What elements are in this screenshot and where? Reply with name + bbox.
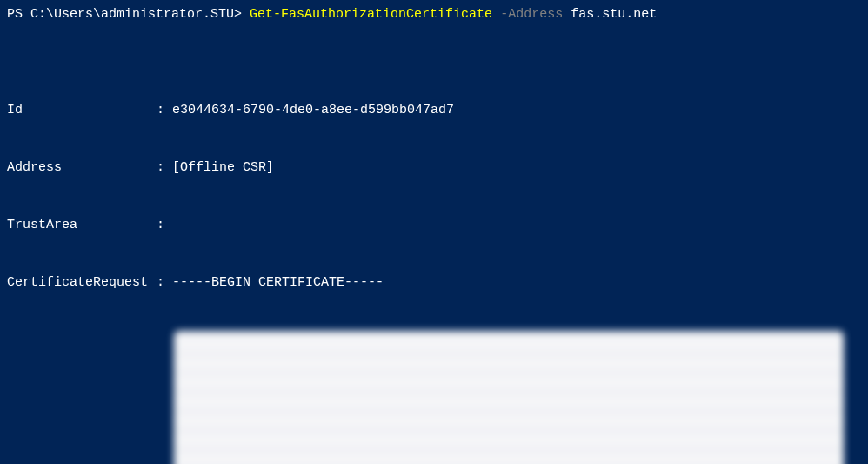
ps-prefix: PS [7, 7, 30, 22]
output-row-id: Id: e3044634-6790-4de0-a8ee-d599bb047ad7 [7, 101, 861, 120]
output-row-certreq: CertificateRequest: -----BEGIN CERTIFICA… [7, 273, 861, 293]
param-value: fas.stu.net [571, 7, 657, 22]
prop-label: TrustArea [7, 216, 157, 235]
prompt-line-1[interactable]: PS C:\Users\administrator.STU> Get-FasAu… [7, 5, 861, 24]
prop-value: -----BEGIN CERTIFICATE----- [172, 275, 384, 290]
prop-label: Address [7, 158, 157, 178]
prop-sep: : [157, 160, 172, 175]
output-block: Id: e3044634-6790-4de0-a8ee-d599bb047ad7… [7, 63, 861, 464]
prop-value: [Offline CSR] [172, 160, 274, 175]
prop-value: e3044634-6790-4de0-a8ee-d599bb047ad7 [172, 103, 454, 118]
command-name: Get-FasAuthorizationCertificate [250, 7, 492, 22]
prop-label: CertificateRequest [7, 273, 157, 293]
redacted-certificate-body [174, 331, 844, 464]
output-row-address: Address: [Offline CSR] [7, 158, 861, 178]
prop-sep: : [157, 103, 172, 118]
prompt-arrow: > [234, 7, 250, 22]
prompt-path: C:\Users\administrator.STU [30, 7, 234, 22]
param-name: -Address [492, 7, 571, 22]
prop-label: Id [7, 101, 157, 120]
prop-sep: : [157, 218, 172, 232]
prop-sep: : [157, 275, 172, 290]
output-row-trustarea: TrustArea: [7, 216, 861, 235]
